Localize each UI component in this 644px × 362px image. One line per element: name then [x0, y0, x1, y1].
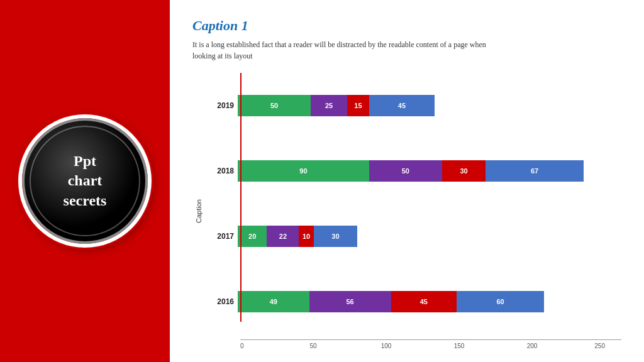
x-tick: 250 — [569, 343, 605, 349]
x-axis: 050100150200250 — [208, 339, 621, 349]
chart-container: Caption 20195025154520189050306720172022… — [192, 73, 621, 349]
x-tick: 50 — [277, 343, 350, 349]
bar-segment: 45 — [369, 95, 435, 116]
bar-segment: 50 — [238, 95, 311, 116]
bar-year-label: 2017 — [208, 232, 238, 241]
bar-segment: 45 — [391, 291, 457, 312]
bar-segment: 56 — [309, 291, 391, 312]
bar-segment: 49 — [238, 291, 309, 312]
x-ticks: 050100150200250 — [240, 343, 621, 349]
caption-desc: It is a long established fact that a rea… — [192, 39, 494, 62]
bar-track: 90503067 — [238, 160, 584, 182]
bar-segment: 30 — [442, 160, 486, 182]
y-axis-label-container: Caption — [192, 73, 205, 349]
bar-segment: 10 — [299, 226, 313, 247]
bar-segment: 67 — [486, 160, 583, 182]
bar-segment: 22 — [267, 226, 299, 247]
right-panel: Caption 1 It is a long established fact … — [170, 0, 644, 362]
bar-year-label: 2019 — [208, 101, 238, 110]
x-tick: 100 — [350, 343, 423, 349]
decorative-circle: Ppt chart secrets — [22, 118, 148, 244]
bar-row: 201890503067 — [208, 157, 621, 185]
circle-text: Ppt chart secrets — [64, 151, 107, 211]
bar-track: 20221030 — [238, 226, 357, 247]
bar-segment: 15 — [347, 95, 369, 116]
caption-title: Caption 1 — [192, 18, 621, 34]
x-axis-line — [240, 339, 621, 340]
bar-segment: 30 — [314, 226, 358, 247]
y-axis-label: Caption — [195, 199, 203, 223]
bar-year-label: 2018 — [208, 167, 238, 175]
bar-track: 50251545 — [238, 95, 435, 116]
bar-row: 201950251545 — [208, 92, 621, 119]
bar-segment: 20 — [238, 226, 267, 247]
left-panel: Ppt chart secrets — [0, 0, 170, 362]
x-tick: 150 — [423, 343, 496, 349]
bar-row: 201649564560 — [208, 288, 621, 315]
x-tick: 0 — [240, 343, 277, 349]
x-tick: 200 — [496, 343, 569, 349]
bar-row: 201720221030 — [208, 222, 621, 250]
bar-track: 49564560 — [238, 291, 544, 312]
bar-segment: 60 — [457, 291, 544, 312]
bar-segment: 25 — [311, 95, 347, 116]
bar-year-label: 2016 — [208, 297, 238, 306]
chart-inner: 2019502515452018905030672017202210302016… — [208, 73, 621, 349]
bar-segment: 50 — [369, 160, 442, 182]
bar-segment: 90 — [238, 160, 369, 182]
bars-area: 2019502515452018905030672017202210302016… — [208, 73, 621, 339]
